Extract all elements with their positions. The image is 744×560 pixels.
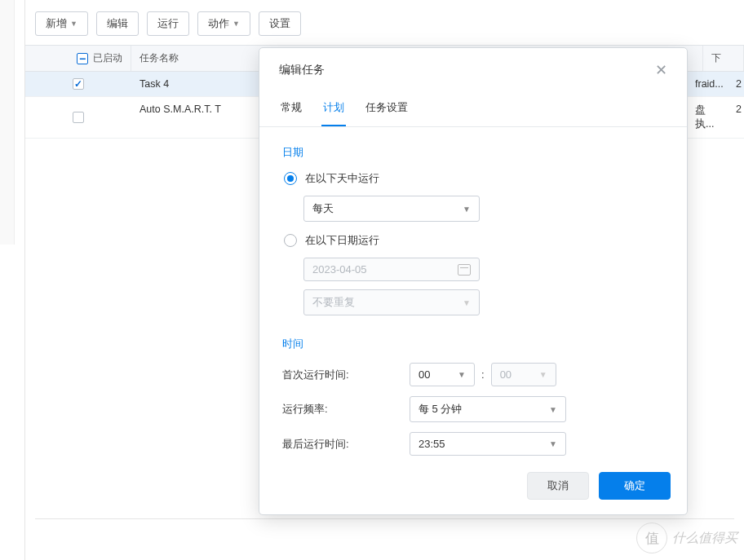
calendar-icon <box>458 264 471 276</box>
left-panel-stub <box>0 0 15 245</box>
frequency-row: 运行频率: 每 5 分钟 ▼ <box>282 396 664 422</box>
settings-label: 设置 <box>269 16 290 31</box>
chevron-down-icon: ▼ <box>463 298 471 307</box>
radio-run-on-days[interactable]: 在以下天中运行 <box>284 171 664 186</box>
tab-schedule[interactable]: 计划 <box>321 95 346 126</box>
repeat-select: 不要重复 ▼ <box>303 289 480 315</box>
first-run-min-select: 00 ▼ <box>491 363 556 386</box>
last-run-label: 最后运行时间: <box>282 437 410 452</box>
edit-button[interactable]: 编辑 <box>96 11 139 36</box>
time-section-title: 时间 <box>282 337 664 351</box>
last-run-select[interactable]: 23:55 ▼ <box>410 432 566 456</box>
ok-button[interactable]: 确定 <box>599 472 671 500</box>
row-right-cell: fraid... <box>687 72 728 96</box>
modal-title: 编辑任务 <box>279 63 325 77</box>
last-run-row: 最后运行时间: 23:55 ▼ <box>282 432 664 456</box>
tab-general[interactable]: 常规 <box>279 95 303 126</box>
chevron-down-icon: ▼ <box>539 370 547 379</box>
time-colon: : <box>481 368 485 381</box>
repeat-value: 不要重复 <box>312 295 355 310</box>
new-label: 新增 <box>46 16 67 31</box>
frequency-select[interactable]: 每 5 分钟 ▼ <box>410 396 566 422</box>
edit-label: 编辑 <box>107 16 128 31</box>
chevron-down-icon: ▼ <box>463 205 471 214</box>
row-checkbox[interactable] <box>73 112 84 123</box>
cancel-button[interactable]: 取消 <box>527 472 589 500</box>
date-section-title: 日期 <box>282 145 664 160</box>
run-label: 运行 <box>157 16 179 31</box>
radio-icon[interactable] <box>284 172 297 185</box>
row-right-cell: 盘执... <box>687 97 728 138</box>
edit-task-modal: 编辑任务 ✕ 常规 计划 任务设置 日期 在以下天中运行 每天 ▼ 在以下日期运… <box>259 47 688 515</box>
radio-run-on-date[interactable]: 在以下日期运行 <box>284 233 664 248</box>
chevron-down-icon: ▼ <box>549 439 557 448</box>
chevron-down-icon: ▼ <box>549 405 557 414</box>
run-button[interactable]: 运行 <box>147 11 189 36</box>
date-value: 2023-04-05 <box>312 263 367 276</box>
modal-tabs: 常规 计划 任务设置 <box>259 89 687 127</box>
radio-run-days-label: 在以下天中运行 <box>305 171 379 186</box>
action-button[interactable]: 动作 ▼ <box>197 11 250 36</box>
first-run-row: 首次运行时间: 00 ▼ : 00 ▼ <box>282 363 664 386</box>
day-frequency-select[interactable]: 每天 ▼ <box>303 196 480 222</box>
settings-button[interactable]: 设置 <box>259 11 301 36</box>
col-enabled-header[interactable]: − 已启动 <box>25 46 131 71</box>
modal-body: 日期 在以下天中运行 每天 ▼ 在以下日期运行 2023-04-05 不要重复 … <box>259 127 687 461</box>
day-frequency-value: 每天 <box>312 201 334 216</box>
first-run-hour-select[interactable]: 00 ▼ <box>410 363 475 386</box>
col-name-label: 任务名称 <box>140 52 179 64</box>
radio-icon[interactable] <box>284 234 297 247</box>
footer-divider <box>35 518 734 519</box>
col-right-header[interactable]: 下 <box>703 46 744 71</box>
new-button[interactable]: 新增 ▼ <box>35 11 88 36</box>
watermark-text: 什么值得买 <box>672 530 737 547</box>
chevron-down-icon: ▼ <box>70 20 78 28</box>
chevron-down-icon: ▼ <box>458 370 466 379</box>
row-n-cell: 2 <box>728 97 744 138</box>
modal-footer: 取消 确定 <box>259 461 687 514</box>
row-n-cell: 2 <box>728 72 744 96</box>
date-picker: 2023-04-05 <box>303 258 480 281</box>
first-run-label: 首次运行时间: <box>282 368 410 382</box>
col-enabled-label: 已启动 <box>93 51 122 65</box>
toolbar: 新增 ▼ 编辑 运行 动作 ▼ 设置 <box>25 0 744 45</box>
close-icon[interactable]: ✕ <box>652 60 671 81</box>
select-all-checkbox[interactable]: − <box>77 53 88 64</box>
action-label: 动作 <box>208 16 229 31</box>
watermark: 值 什么值得买 <box>636 523 737 553</box>
chevron-down-icon: ▼ <box>232 20 240 28</box>
row-checkbox[interactable] <box>73 78 84 90</box>
time-section: 时间 首次运行时间: 00 ▼ : 00 ▼ 运行频率: 每 5 分钟 ▼ <box>282 337 664 456</box>
frequency-label: 运行频率: <box>282 402 410 417</box>
radio-run-date-label: 在以下日期运行 <box>305 233 379 248</box>
modal-header: 编辑任务 ✕ <box>259 48 687 89</box>
watermark-badge: 值 <box>636 523 667 553</box>
tab-task-settings[interactable]: 任务设置 <box>364 95 410 126</box>
